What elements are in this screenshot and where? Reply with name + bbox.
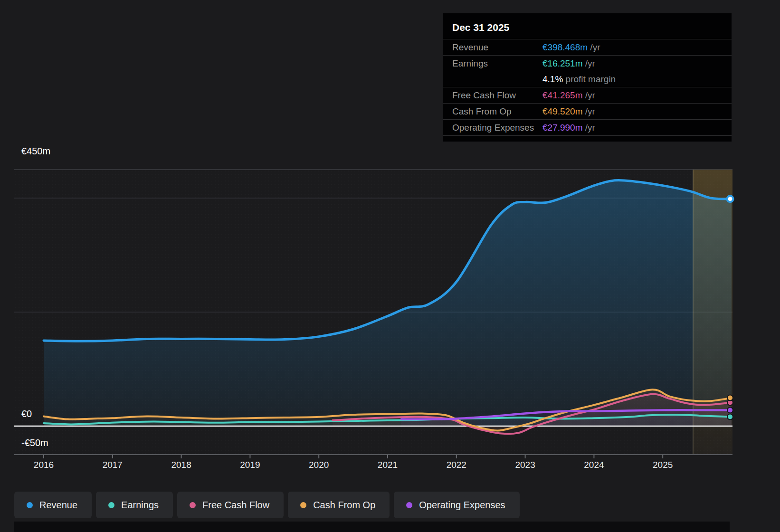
earnings-dot-icon bbox=[108, 502, 114, 508]
end-marker-Revenue bbox=[727, 196, 733, 202]
operating-expenses-value: €27.990m bbox=[542, 123, 583, 133]
tooltip-row-revenue: Revenue €398.468m /yr bbox=[443, 39, 732, 55]
tooltip-row-earnings: Earnings €16.251m /yr bbox=[443, 55, 732, 71]
hover-tooltip: Dec 31 2025 Revenue €398.468m /yr Earnin… bbox=[443, 13, 732, 142]
y-axis-max-label: €450m bbox=[21, 146, 50, 156]
cash-from-op-dot-icon bbox=[300, 502, 306, 508]
profit-margin-value: 4.1% bbox=[542, 74, 563, 84]
x-axis-label-2018: 2018 bbox=[171, 460, 191, 470]
revenue-dot-icon bbox=[27, 502, 33, 508]
operating-expenses-dot-icon bbox=[406, 502, 412, 508]
x-axis-label-2021: 2021 bbox=[378, 460, 398, 470]
x-axis-label-2023: 2023 bbox=[515, 460, 535, 470]
chart-legend: Revenue Earnings Free Cash Flow Cash Fro… bbox=[14, 492, 520, 518]
legend-item-free-cash-flow[interactable]: Free Cash Flow bbox=[177, 492, 284, 518]
legend-item-revenue[interactable]: Revenue bbox=[14, 492, 92, 518]
area-Revenue bbox=[44, 180, 732, 426]
tooltip-row-free-cash-flow: Free Cash Flow €41.265m /yr bbox=[443, 87, 732, 103]
x-axis-label-2022: 2022 bbox=[447, 460, 466, 470]
end-marker-Earnings bbox=[727, 414, 733, 419]
x-axis-label-2019: 2019 bbox=[240, 460, 260, 470]
x-axis: 2016201720182019202020212022202320242025 bbox=[0, 460, 780, 472]
free-cash-flow-value: €41.265m bbox=[542, 90, 583, 100]
tooltip-row-operating-expenses: Operating Expenses €27.990m /yr bbox=[443, 119, 732, 136]
earnings-value: €16.251m bbox=[542, 58, 583, 68]
tooltip-row-profit-margin: 4.1% profit margin bbox=[443, 71, 732, 87]
chart-page: €450m €0 -€50m 2016201720182019202020212… bbox=[0, 0, 780, 532]
y-axis-min-label: -€50m bbox=[21, 437, 48, 448]
cash-from-op-value: €49.520m bbox=[542, 106, 583, 116]
x-axis-label-2016: 2016 bbox=[34, 460, 54, 470]
y-axis-zero-label: €0 bbox=[21, 408, 32, 419]
x-axis-label-2020: 2020 bbox=[309, 460, 329, 470]
next-section-edge bbox=[14, 522, 730, 532]
legend-item-operating-expenses[interactable]: Operating Expenses bbox=[394, 492, 519, 518]
x-axis-label-2024: 2024 bbox=[584, 460, 604, 470]
free-cash-flow-dot-icon bbox=[190, 502, 196, 508]
x-axis-label-2017: 2017 bbox=[103, 460, 123, 470]
end-marker-Operating Expenses bbox=[727, 407, 733, 413]
tooltip-date: Dec 31 2025 bbox=[443, 18, 732, 39]
tooltip-row-cash-from-op: Cash From Op €49.520m /yr bbox=[443, 103, 732, 119]
forecast-zone bbox=[693, 170, 732, 455]
legend-item-earnings[interactable]: Earnings bbox=[96, 492, 173, 518]
x-axis-label-2025: 2025 bbox=[653, 460, 673, 470]
legend-item-cash-from-op[interactable]: Cash From Op bbox=[288, 492, 390, 518]
end-marker-Cash From Op bbox=[727, 395, 733, 401]
revenue-value: €398.468m bbox=[542, 42, 588, 52]
